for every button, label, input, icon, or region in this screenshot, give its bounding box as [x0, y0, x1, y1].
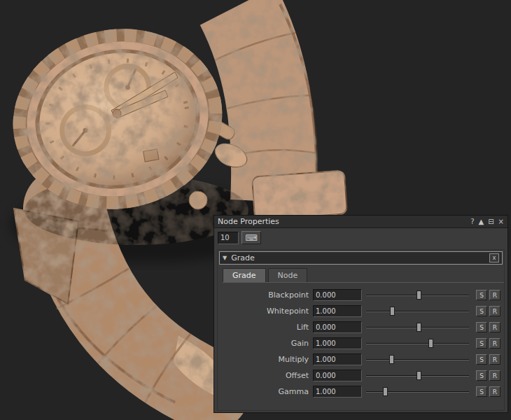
param-slider[interactable]: [366, 386, 469, 398]
param-value-input[interactable]: [313, 305, 362, 317]
param-row-multiply: Multiply S R: [218, 351, 500, 368]
node-header[interactable]: ▼ Grade x: [219, 251, 503, 265]
node-close-button[interactable]: x: [489, 253, 499, 262]
sample-button[interactable]: S: [476, 386, 487, 397]
revert-button[interactable]: R: [489, 338, 500, 349]
slider-handle[interactable]: [416, 290, 421, 300]
tab-node[interactable]: Node: [268, 268, 308, 282]
param-row-blackpoint: Blackpoint S R: [218, 287, 500, 303]
slider-handle[interactable]: [416, 371, 421, 380]
param-label: Offset: [218, 371, 313, 380]
param-label: Gamma: [218, 387, 313, 396]
param-value-input[interactable]: [313, 386, 362, 398]
param-label: Blackpoint: [218, 290, 313, 300]
param-value-input[interactable]: [313, 289, 362, 301]
panel-titlebar[interactable]: Node Properties ? ▲ ⊟ ×: [214, 216, 507, 228]
param-slider[interactable]: [366, 290, 469, 301]
param-slider[interactable]: [366, 370, 469, 382]
param-slider[interactable]: [366, 354, 469, 365]
application-window: Node Properties ? ▲ ⊟ × ⌨ ▼ Grade x Grad…: [0, 0, 511, 420]
watch-pusher: [189, 191, 207, 209]
node-properties-panel: Node Properties ? ▲ ⊟ × ⌨ ▼ Grade x Grad…: [214, 215, 508, 413]
param-label: Lift: [218, 323, 313, 332]
param-row-offset: Offset S R: [218, 368, 500, 384]
param-value-input[interactable]: [313, 321, 362, 333]
max-panels-input[interactable]: [218, 232, 239, 244]
param-row-lift: Lift S R: [218, 319, 500, 335]
param-row-gain: Gain S R: [218, 335, 500, 351]
close-icon[interactable]: ×: [498, 218, 504, 225]
param-label: Gain: [218, 339, 313, 348]
pin-panels-button[interactable]: ⌨: [241, 231, 261, 244]
sample-button[interactable]: S: [476, 306, 487, 316]
revert-button[interactable]: R: [489, 290, 500, 300]
help-icon[interactable]: ?: [470, 218, 474, 225]
slider-handle[interactable]: [383, 387, 388, 396]
param-value-input[interactable]: [313, 370, 362, 382]
collapse-panel-icon[interactable]: ▲: [479, 218, 484, 225]
revert-button[interactable]: R: [489, 386, 500, 397]
param-slider[interactable]: [366, 322, 469, 333]
param-slider[interactable]: [366, 306, 469, 317]
revert-button[interactable]: R: [489, 306, 500, 316]
sample-button[interactable]: S: [476, 290, 487, 300]
float-dock-icon[interactable]: ⊟: [488, 218, 493, 225]
revert-button[interactable]: R: [489, 370, 500, 381]
slider-track: [366, 311, 469, 312]
tab-grade[interactable]: Grade: [223, 268, 266, 282]
param-value-input[interactable]: [313, 337, 362, 349]
band-clasp: [252, 170, 347, 220]
param-slider[interactable]: [366, 338, 469, 349]
keyboard-icon: ⌨: [245, 233, 257, 243]
sample-button[interactable]: S: [476, 370, 487, 381]
tab-bar: Grade Node: [223, 268, 504, 283]
param-rows: Blackpoint S R Whitepoint: [218, 283, 504, 400]
param-value-input[interactable]: [313, 354, 362, 365]
slider-track: [366, 359, 469, 360]
param-row-gamma: Gamma S R: [218, 384, 500, 400]
param-label: Whitepoint: [218, 307, 313, 316]
param-label: Multiply: [218, 355, 313, 364]
revert-button[interactable]: R: [489, 322, 500, 332]
sample-button[interactable]: S: [476, 322, 487, 332]
collapse-triangle-icon[interactable]: ▼: [223, 255, 227, 261]
slider-handle[interactable]: [416, 323, 421, 332]
slider-track: [366, 343, 469, 344]
panel-toolbar: ⌨: [214, 228, 507, 246]
node-name: Grade: [231, 253, 255, 262]
sample-button[interactable]: S: [476, 354, 487, 365]
panel-title: Node Properties: [218, 217, 466, 226]
grade-node-section: ▼ Grade x Grade Node Blackpoint S R: [217, 249, 505, 411]
slider-track: [366, 391, 469, 393]
revert-button[interactable]: R: [489, 354, 500, 365]
param-row-whitepoint: Whitepoint S R: [218, 303, 500, 319]
slider-handle[interactable]: [428, 339, 433, 348]
slider-handle[interactable]: [390, 307, 395, 316]
sample-button[interactable]: S: [476, 338, 487, 349]
slider-handle[interactable]: [389, 355, 394, 364]
